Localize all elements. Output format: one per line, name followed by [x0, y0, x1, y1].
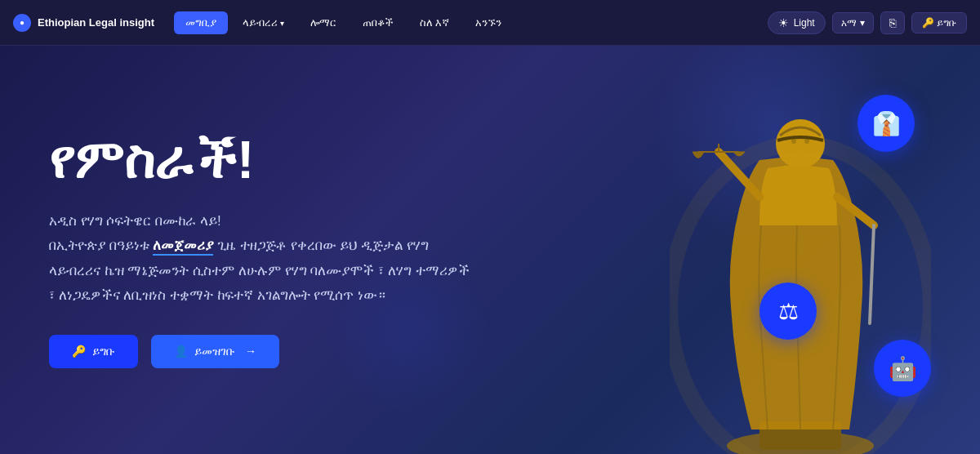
nav-item-lomar[interactable]: ሎማር: [299, 11, 348, 34]
hero-line3: ላይብረሪና ኬዝ ማኔጅመንት ሲስተም ለሁሉም የሃግ ባለሙያሞች ፣ …: [49, 259, 470, 284]
hero-subtitle: አዲስ የሃግ ሶፍትዌር በሙከራ ላይ! በኢትዮጵያ በዓይነቱ ለመጀመ…: [49, 209, 470, 309]
hero-line2-part1: በኢትዮጵያ በዓይነቱ: [49, 238, 153, 253]
user-icon: 👤: [174, 345, 188, 358]
hero-line3-part1: ላይብረሪና ኬዝ ማኔጅመንት ሲስተም ለሁሉም የሃግ ባለሙ: [49, 263, 341, 278]
nav-right: ☀ Light አማ ▾ ⎘ 🔑 ይግቡ: [768, 11, 967, 34]
hero-content: የምስራች! አዲስ የሃግ ሶፍትዌር በሙከራ ላይ! በኢትዮጵያ በዓይ…: [0, 99, 519, 401]
android-icon: 🤖: [889, 355, 917, 382]
navbar: ● Ethiopian Legal insight መግቢያ ላይብረሪ ሎማር…: [0, 0, 980, 46]
login-label: ይግቡ: [92, 345, 115, 358]
nav-item-home[interactable]: መግቢያ: [174, 11, 228, 34]
theme-label: Light: [794, 17, 815, 29]
hero-line3-part2: ያሞች ፣ ለሃግ ተማሪዎች: [341, 263, 469, 278]
android-icon-bubble: 🤖: [874, 340, 931, 397]
hero-buttons: 🔑 ይግቡ 👤 ይመዝገቡ →: [49, 335, 470, 368]
nav-item-lawyers[interactable]: ጠበቆች: [351, 11, 405, 34]
gavel-icon: ⚖: [778, 298, 799, 325]
register-button[interactable]: 👤 ይመዝገቡ →: [151, 335, 279, 368]
register-label: ይመዝገቡ: [194, 345, 235, 358]
theme-toggle-button[interactable]: ☀ Light: [768, 11, 826, 34]
hero-line4: ፣ ለነጋዴዎችና ለቢዝነስ ተቋማት ከፍተኛ አገልግሎት የሚሰጥ ነው…: [49, 283, 470, 309]
key-icon: 🔑: [72, 345, 86, 358]
hero-line2-underline: ለመጀመሪያ: [153, 238, 213, 256]
nav-item-library[interactable]: ላይብረሪ: [231, 11, 296, 34]
nav-item-about[interactable]: ስለ እኛ: [408, 11, 461, 34]
sun-icon: ☀: [778, 16, 789, 29]
svg-line-14: [870, 225, 874, 323]
arrow-icon: →: [245, 345, 256, 358]
share-icon-button[interactable]: ⎘: [880, 11, 905, 34]
logo: ● Ethiopian Legal insight: [13, 14, 154, 32]
gavel-icon-bubble: ⚖: [760, 283, 817, 340]
hero-right: 👔 ⚖ 🤖: [588, 46, 980, 454]
hero-line1: አዲስ የሃግ ሶፍትዌር በሙከራ ላይ!: [49, 209, 470, 234]
language-selector[interactable]: አማ ▾: [832, 12, 874, 33]
hero-section: የምስራች! አዲስ የሃግ ሶፍትዌር በሙከራ ላይ! በኢትዮጵያ በዓይ…: [0, 46, 980, 454]
signin-button[interactable]: 🔑 ይግቡ: [911, 12, 967, 33]
chevron-down-icon: ▾: [860, 17, 865, 29]
hero-line2-part2: ጊዜ ተዘጋጅቶ የቀረበው ይህ ዲጅታል የሃግ: [213, 238, 428, 253]
login-button[interactable]: 🔑 ይግቡ: [49, 335, 138, 368]
professional-icon-bubble: 👔: [858, 95, 915, 152]
hero-title: የምስራች!: [49, 131, 470, 189]
logo-icon: ●: [13, 14, 31, 32]
nav-items: መግቢያ ላይብረሪ ሎማር ጠበቆች ስለ እኛ አንኙን: [174, 11, 761, 34]
key-icon: 🔑: [922, 17, 934, 29]
nav-item-contact[interactable]: አንኙን: [464, 11, 513, 34]
hero-line2: በኢትዮጵያ በዓይነቱ ለመጀመሪያ ጊዜ ተዘጋጅቶ የቀረበው ይህ ዲጅ…: [49, 234, 470, 259]
user-silhouette-icon: 👔: [872, 110, 901, 137]
logo-text: Ethiopian Legal insight: [38, 16, 154, 29]
share-icon: ⎘: [889, 16, 896, 29]
lang-label: አማ: [841, 17, 857, 29]
